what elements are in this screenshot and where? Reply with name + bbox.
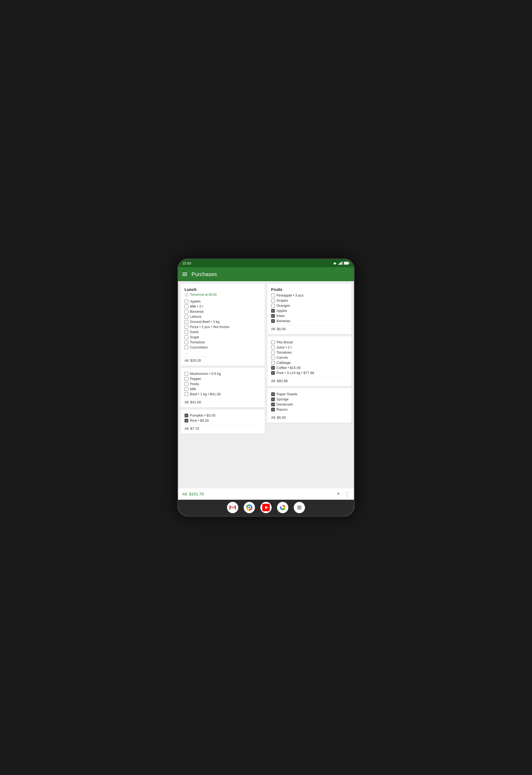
photos-app-icon[interactable] — [277, 502, 288, 513]
list-item[interactable]: Lettuce — [185, 314, 261, 319]
checkbox-kiwis[interactable] — [271, 314, 275, 318]
list-item[interactable]: Grapes — [271, 298, 347, 303]
checkbox-milk[interactable] — [185, 304, 188, 308]
list-item[interactable]: Juice • 2 l — [271, 345, 347, 350]
list-item[interactable]: Cucumbers — [185, 345, 261, 350]
list-item[interactable]: Rice • $4.20 — [185, 418, 261, 423]
lunch-card-total: All: $20.20 — [185, 356, 261, 362]
checkbox-deodorant[interactable] — [271, 403, 275, 406]
reminder-text: Tomorrow at 09:00 — [190, 293, 217, 296]
checkbox-pumpkin[interactable] — [185, 414, 188, 418]
youtube-app-icon[interactable] — [260, 502, 272, 513]
bottom-bar: All: $161.78 + ⋮ — [178, 488, 354, 500]
list-item[interactable]: Pumpkin • $3.50 — [185, 413, 261, 418]
list-item[interactable]: Deodorant — [271, 402, 347, 407]
list-item[interactable]: Garlic — [185, 329, 261, 334]
checkbox-mushrooms[interactable] — [185, 372, 188, 375]
list-item[interactable]: Coffee • $15.00 — [271, 365, 347, 370]
checkbox-pepper[interactable] — [185, 377, 188, 381]
list-item[interactable]: Milk • 2 l — [185, 304, 261, 309]
checkbox-sugar[interactable] — [185, 335, 188, 339]
add-button[interactable]: + — [337, 491, 340, 497]
checkbox-paper-towels[interactable] — [271, 393, 275, 396]
checkbox-apples[interactable] — [185, 299, 188, 303]
checkbox-juice[interactable] — [271, 345, 275, 349]
checkbox-milk2[interactable] — [185, 387, 188, 391]
battery-icon — [344, 261, 350, 265]
checkbox-pork[interactable] — [271, 371, 275, 375]
checkbox-bananas-r[interactable] — [271, 319, 275, 323]
checkbox-bananas[interactable] — [185, 310, 188, 313]
checkbox-sponge[interactable] — [271, 398, 275, 401]
list-item[interactable]: Apples — [185, 299, 261, 304]
list-item[interactable]: Milk — [185, 386, 261, 392]
checkbox-pizza[interactable] — [185, 325, 188, 329]
list-item[interactable]: Mushrooms • 0.5 kg — [185, 371, 261, 376]
list-item[interactable]: Cabbage — [271, 360, 347, 365]
list-item[interactable]: Pineapple • 3 pcs — [271, 293, 347, 298]
checkbox-razors[interactable] — [271, 408, 275, 412]
checkbox-apples-r[interactable] — [271, 309, 275, 313]
lunch-card-title: Lunch — [185, 287, 261, 292]
list-item[interactable]: Pork • 3.115 kg • $77.88 — [271, 370, 347, 375]
checkbox-rice[interactable] — [185, 419, 188, 423]
grand-total: All: $161.78 — [182, 492, 204, 496]
svg-point-20 — [300, 506, 301, 507]
card3-total: All: $7.70 — [185, 425, 261, 431]
list-item[interactable]: Beef • 1 kg • $41.00 — [185, 392, 261, 397]
list-item[interactable]: Bananas — [271, 318, 347, 323]
hamburger-menu-icon[interactable] — [182, 272, 187, 276]
checkbox-tomatoes[interactable] — [185, 340, 188, 344]
list-item[interactable]: Oranges — [271, 303, 347, 308]
list-item[interactable]: Sponge — [271, 397, 347, 402]
checkbox-ground-beef[interactable] — [185, 320, 188, 324]
checkbox-oranges[interactable] — [271, 304, 275, 307]
checkbox-lettuce[interactable] — [185, 315, 188, 318]
checkbox-garlic[interactable] — [185, 330, 188, 334]
checkbox-tomatoes-r[interactable] — [271, 350, 275, 354]
list-item[interactable]: Sugar — [185, 334, 261, 339]
list-item[interactable]: Pita Bread — [271, 339, 347, 345]
list-item[interactable]: Tomatoes — [271, 350, 347, 355]
list-item[interactable]: Carrots — [271, 355, 347, 360]
list-item[interactable]: Tomatoes — [185, 339, 261, 345]
card6-items: Paper Towels Sponge Deodorant Razor — [271, 392, 347, 412]
chrome-app-icon[interactable] — [244, 502, 255, 513]
list-item[interactable]: Ground Beef • 3 kg — [185, 319, 261, 324]
list-item[interactable]: Paper Towels — [271, 392, 347, 397]
checkbox-cucumbers[interactable] — [185, 345, 188, 349]
svg-point-24 — [297, 508, 299, 510]
status-icons — [333, 261, 350, 265]
bottom-actions: + ⋮ — [337, 491, 350, 497]
more-options-button[interactable]: ⋮ — [344, 491, 350, 497]
card5-items: Pita Bread Juice • 2 l Tomatoes Car — [271, 339, 347, 375]
list-item[interactable]: Bananas — [185, 309, 261, 314]
svg-rect-5 — [344, 262, 348, 264]
svg-point-12 — [249, 507, 250, 509]
checkbox-pineapple[interactable] — [271, 293, 275, 297]
svg-point-18 — [297, 506, 299, 507]
checkbox-coffee[interactable] — [271, 366, 275, 370]
list-item[interactable]: Razors — [271, 407, 347, 412]
checkbox-pasta[interactable] — [185, 382, 188, 386]
checkbox-beef[interactable] — [185, 393, 188, 396]
right-column: Fruits Pineapple • 3 pcs Grapes Orang — [267, 284, 351, 423]
checkbox-carrots[interactable] — [271, 356, 275, 359]
svg-rect-4 — [349, 263, 349, 264]
signal-icon — [338, 261, 342, 265]
lunch-items: Apples Milk • 2 l Bananas Lettuce — [185, 299, 261, 355]
launcher-app-icon[interactable] — [294, 502, 305, 513]
list-item[interactable]: Kiwis — [271, 313, 347, 318]
checkbox-cabbage[interactable] — [271, 361, 275, 364]
grocery-card-5: Pita Bread Juice • 2 l Tomatoes Car — [267, 336, 351, 386]
clock-icon: 🕐 — [185, 293, 189, 296]
checkbox-pita[interactable] — [271, 340, 275, 344]
checkbox-grapes[interactable] — [271, 299, 275, 302]
gmail-app-icon[interactable] — [227, 502, 238, 513]
list-item[interactable]: Pasta — [185, 381, 261, 386]
app-bar: Purchases — [178, 267, 354, 281]
status-bar: 15:50 — [178, 259, 354, 267]
list-item[interactable]: Pepper — [185, 376, 261, 381]
list-item[interactable]: Apples — [271, 308, 347, 313]
list-item[interactable]: Pizza • 2 pcs • Not frozen — [185, 324, 261, 329]
